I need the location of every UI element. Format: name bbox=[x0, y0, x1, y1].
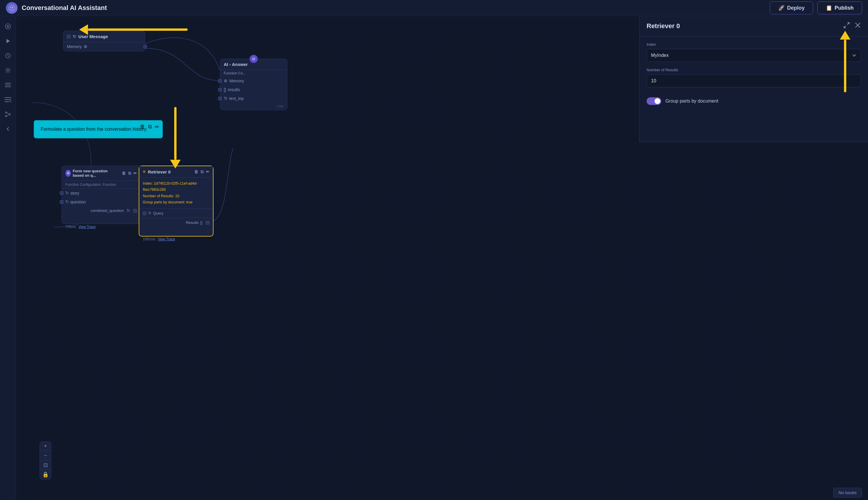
no-issues-badge: No issues bbox=[833, 488, 862, 498]
zoom-lock-button[interactable]: 🔒 bbox=[40, 470, 51, 479]
retriever-timing-container: 1091ms View Trace bbox=[139, 227, 213, 236]
retriever-results-port bbox=[206, 221, 210, 225]
delete-icon[interactable]: 🗑 bbox=[140, 124, 145, 130]
fq-view-trace[interactable]: View Trace bbox=[78, 225, 95, 229]
fq-story-port bbox=[60, 191, 63, 195]
fq-tr-out-icon: Tr bbox=[127, 209, 130, 213]
sidebar-item-collapse[interactable] bbox=[2, 93, 14, 106]
zoom-fit-button[interactable]: ⊡ bbox=[40, 461, 51, 470]
svg-line-19 bbox=[7, 115, 9, 116]
ret-edit-icon[interactable]: ✏ bbox=[206, 169, 210, 174]
gear-icon: ⚙ bbox=[83, 44, 87, 49]
arrow-line-up bbox=[844, 39, 846, 92]
fq-combined-row: combined_question Tr bbox=[62, 206, 140, 215]
copy-icon[interactable]: ⧉ bbox=[148, 124, 152, 130]
ret-copy-icon[interactable]: ⧉ bbox=[201, 169, 203, 174]
edit-icon[interactable]: ✏ bbox=[155, 124, 159, 130]
deploy-button[interactable]: 🚀 Deploy bbox=[770, 1, 813, 14]
tr-badge: Tr bbox=[73, 35, 76, 39]
sidebar-item-play[interactable] bbox=[2, 35, 14, 47]
memory-row: Memory ⚙ bbox=[63, 42, 145, 51]
panel-up-arrow bbox=[840, 31, 850, 92]
arrow-down bbox=[170, 107, 181, 169]
deploy-icon: 🚀 bbox=[778, 5, 785, 11]
fq-story-label: story bbox=[70, 191, 79, 195]
fq-copy-icon[interactable]: ⧉ bbox=[128, 171, 131, 176]
ai-answer-title: AI - Answer bbox=[224, 62, 248, 67]
ai-answer-node[interactable]: AI - Answer Function Co... ⚙ Memory [] r… bbox=[220, 59, 288, 110]
ai-textinp-port bbox=[218, 97, 222, 100]
svg-point-17 bbox=[5, 115, 7, 117]
zoom-in-button[interactable]: + bbox=[40, 442, 51, 451]
panel-index-value: MyIndex bbox=[651, 53, 668, 58]
no-issues-text: No issues bbox=[839, 490, 857, 495]
close-panel-button[interactable] bbox=[855, 22, 861, 30]
retriever-title: Retriever 0 bbox=[148, 169, 171, 174]
retriever-ms: 1091ms bbox=[143, 237, 155, 241]
group-parts-toggle[interactable] bbox=[646, 97, 661, 105]
panel-num-results-section: Number of Results bbox=[640, 68, 868, 93]
form-question-title: Form new question based on q... bbox=[73, 169, 119, 178]
retriever-timing: 1091ms View Trace bbox=[139, 235, 213, 243]
fq-edit-icon[interactable]: ✏ bbox=[133, 171, 137, 176]
sidebar-item-history[interactable] bbox=[2, 49, 14, 62]
ai-textinp-label: text_inp bbox=[229, 96, 244, 101]
ret-delete-icon[interactable]: 🗑 bbox=[194, 169, 198, 174]
expand-panel-button[interactable] bbox=[843, 22, 850, 30]
svg-point-8 bbox=[7, 69, 9, 71]
fq-question-label: question bbox=[70, 200, 86, 204]
tr-icon: Tr bbox=[224, 96, 227, 101]
node-port-left bbox=[67, 35, 70, 38]
memory-port-right bbox=[143, 45, 147, 48]
fq-question-port bbox=[60, 200, 63, 204]
sidebar-item-back[interactable] bbox=[2, 123, 14, 135]
fq-timing-container: 755ms View Trace bbox=[62, 215, 140, 224]
right-panel-title: Retriever 0 bbox=[646, 22, 680, 30]
retriever-results-row: Results [] bbox=[139, 218, 213, 227]
sidebar-item-add[interactable] bbox=[2, 20, 14, 33]
sidebar-item-flow[interactable] bbox=[2, 108, 14, 121]
group-parts-label: Group parts by document bbox=[665, 99, 719, 104]
fq-story-row: Tr story bbox=[62, 189, 140, 197]
fq-actions: 🗑 ⧉ ✏ bbox=[122, 171, 137, 176]
sidebar-item-menu[interactable] bbox=[2, 79, 14, 91]
instruction-box[interactable]: 🗑 ⧉ ✏ Formulate a question from the conv… bbox=[34, 120, 163, 138]
panel-num-results-input[interactable] bbox=[646, 75, 861, 87]
retriever-view-trace[interactable]: View Trace bbox=[158, 237, 175, 241]
retriever-node[interactable]: ≡ Retriever 0 🗑 ⧉ ✏ Index: 1d745120-02f5… bbox=[139, 166, 214, 237]
svg-point-16 bbox=[9, 114, 11, 115]
fq-delete-icon[interactable]: 🗑 bbox=[122, 171, 126, 176]
publish-button[interactable]: 📋 Publish bbox=[817, 1, 862, 14]
sidebar-item-settings[interactable] bbox=[2, 64, 14, 77]
svg-point-1 bbox=[10, 7, 11, 8]
ret-bracket-icon: [] bbox=[200, 221, 202, 225]
ai-results-port bbox=[218, 88, 222, 91]
sidebar bbox=[0, 16, 16, 500]
zoom-out-button[interactable]: − bbox=[40, 451, 51, 461]
fq-combined-port bbox=[133, 209, 137, 213]
ai-results-row: [] results bbox=[220, 85, 287, 94]
svg-line-21 bbox=[847, 23, 849, 25]
instruction-box-actions: 🗑 ⧉ ✏ bbox=[140, 124, 159, 130]
ret-tr-icon: Tr bbox=[148, 211, 151, 215]
svg-line-22 bbox=[844, 26, 846, 28]
form-question-node[interactable]: ⚙ Form new question based on q... 🗑 ⧉ ✏ … bbox=[61, 166, 141, 224]
chevron-down-icon bbox=[852, 53, 857, 58]
retriever-query-port bbox=[143, 212, 146, 215]
ai-memory-label: Memory bbox=[229, 79, 244, 83]
panel-toggle-row: Group parts by document bbox=[640, 93, 868, 109]
retriever-group-parts: Group parts by document: true bbox=[143, 199, 210, 205]
svg-point-20 bbox=[252, 57, 256, 61]
form-question-header: ⚙ Form new question based on q... 🗑 ⧉ ✏ bbox=[62, 166, 140, 181]
right-panel-header: Retriever 0 bbox=[640, 16, 868, 36]
ai-function-tag: Function Co... bbox=[220, 70, 287, 77]
ai-textinp-row: Tr text_inp bbox=[220, 94, 287, 103]
instruction-text: Formulate a question from the conversati… bbox=[41, 127, 156, 132]
ai-memory-port bbox=[218, 79, 222, 83]
panel-num-results-label: Number of Results bbox=[646, 68, 861, 72]
ai-subtitle: Function Co... bbox=[224, 71, 246, 75]
right-panel: Retriever 0 Index MyIndex Number of Resu… bbox=[639, 16, 868, 142]
retriever-query-label: Query bbox=[153, 211, 164, 215]
panel-index-select[interactable]: MyIndex bbox=[646, 49, 861, 62]
ai-memory-row: ⚙ Memory bbox=[220, 77, 287, 85]
